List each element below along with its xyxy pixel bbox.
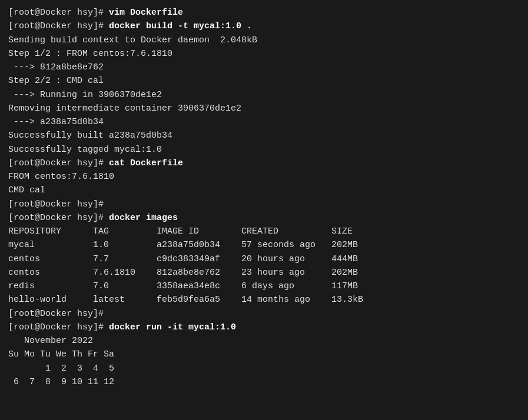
terminal-line: ---> Running in 3906370de1e2: [8, 88, 520, 102]
terminal-line: Successfully built a238a75d0b34: [8, 129, 520, 142]
terminal-line: Su Mo Tu We Th Fr Sa: [8, 348, 520, 361]
terminal-line: ---> a238a75d0b34: [8, 115, 520, 129]
terminal-line: centos 7.6.1810 812a8be8e762 23 hours ag…: [8, 266, 520, 279]
terminal-line: [root@Docker hsy]# docker images: [8, 211, 520, 225]
terminal-line: [root@Docker hsy]#: [8, 198, 520, 211]
terminal-line: Sending build context to Docker daemon 2…: [8, 34, 520, 47]
terminal-line: [root@Docker hsy]# vim Dockerfile: [8, 6, 520, 19]
terminal-window: [root@Docker hsy]# vim Dockerfile[root@D…: [0, 0, 528, 420]
terminal-line: 1 2 3 4 5: [8, 362, 520, 375]
terminal-line: FROM centos:7.6.1810: [8, 170, 520, 184]
terminal-line: REPOSITORY TAG IMAGE ID CREATED SIZE: [8, 225, 520, 238]
terminal-line: [root@Docker hsy]#: [8, 307, 520, 321]
terminal-line: redis 7.0 3358aea34e8c 6 days ago 117MB: [8, 279, 520, 293]
terminal-line: [root@Docker hsy]# docker build -t mycal…: [8, 19, 520, 33]
terminal-line: Removing intermediate container 3906370d…: [8, 102, 520, 115]
terminal-line: mycal 1.0 a238a75d0b34 57 seconds ago 20…: [8, 238, 520, 252]
terminal-line: ---> 812a8be8e762: [8, 61, 520, 74]
terminal-line: Step 1/2 : FROM centos:7.6.1810: [8, 47, 520, 61]
terminal-line: centos 7.7 c9dc383349af 20 hours ago 444…: [8, 252, 520, 266]
terminal-line: hello-world latest feb5d9fea6a5 14 month…: [8, 293, 520, 306]
terminal-line: 6 7 8 9 10 11 12: [8, 375, 520, 389]
terminal-line: Successfully tagged mycal:1.0: [8, 143, 520, 156]
terminal-output: [root@Docker hsy]# vim Dockerfile[root@D…: [8, 6, 520, 389]
terminal-line: November 2022: [8, 334, 520, 348]
terminal-line: Step 2/2 : CMD cal: [8, 74, 520, 88]
terminal-line: [root@Docker hsy]# cat Dockerfile: [8, 156, 520, 170]
terminal-line: [root@Docker hsy]# docker run -it mycal:…: [8, 321, 520, 334]
terminal-line: CMD cal: [8, 184, 520, 197]
